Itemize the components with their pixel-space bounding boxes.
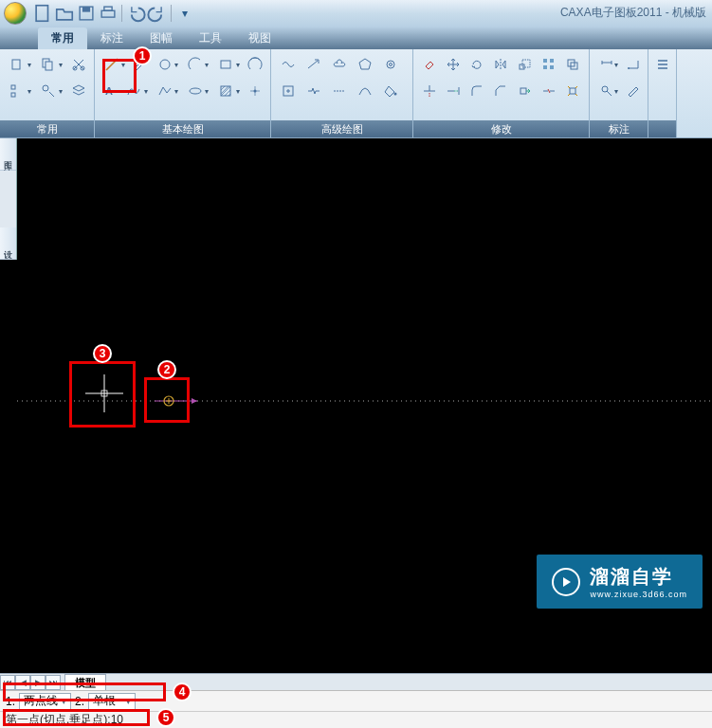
ribbon-group-more (648, 49, 677, 137)
svg-point-37 (628, 67, 630, 69)
svg-rect-3 (101, 10, 115, 17)
separator (171, 5, 172, 22)
menu-icon[interactable] (654, 53, 671, 76)
cut-button[interactable] (68, 53, 88, 76)
cloud-tool[interactable] (328, 53, 351, 76)
paste-button[interactable] (6, 53, 34, 76)
command-bar[interactable]: 第一点(切点,垂足点):10 (0, 711, 712, 728)
sheet-last-button[interactable]: ⏭ (46, 675, 61, 690)
ribbon-group-label: 高级绘图 (271, 120, 412, 137)
array-tool[interactable] (539, 53, 559, 76)
ribbon: 常用 A 基本绘图 (0, 49, 712, 138)
properties-button[interactable] (6, 80, 34, 102)
layer-button[interactable] (68, 80, 88, 102)
move-tool[interactable] (443, 53, 464, 76)
scale-tool[interactable] (515, 53, 536, 76)
option-bar: 1. 两点线 2. 单根 (0, 690, 712, 711)
svg-text:A: A (105, 85, 113, 97)
mirror-tool[interactable] (490, 53, 511, 76)
linear-dim-tool[interactable] (595, 53, 621, 76)
chamfer-tool[interactable] (490, 80, 511, 102)
new-icon[interactable] (32, 4, 53, 23)
polygon-tool[interactable] (354, 53, 376, 76)
coord-dim-tool[interactable] (624, 53, 642, 76)
circle-tool[interactable] (154, 53, 181, 76)
drawing-canvas[interactable]: 图库 设计 溜溜自学 www.zixue.3d66.com (0, 138, 712, 673)
svg-marker-48 (563, 577, 571, 587)
point-tool[interactable] (246, 80, 265, 102)
opt1-select[interactable]: 两点线 (19, 693, 71, 710)
left-vertical-toolbar: 图库 设计 (0, 138, 17, 260)
svg-rect-29 (543, 59, 547, 63)
svg-rect-31 (543, 65, 547, 69)
trim-tool[interactable] (419, 80, 440, 102)
tab-drawing-frame[interactable]: 图幅 (137, 27, 186, 49)
match-props-button[interactable] (37, 80, 65, 102)
app-logo[interactable] (4, 2, 27, 25)
tab-tools[interactable]: 工具 (186, 27, 235, 49)
vt-item-1[interactable]: 图库 (0, 138, 16, 171)
undo-icon[interactable] (125, 4, 146, 23)
open-icon[interactable] (54, 4, 75, 23)
line-tool[interactable] (100, 53, 128, 76)
explode-tool[interactable] (562, 80, 583, 102)
wave-tool[interactable] (277, 53, 300, 76)
svg-point-24 (390, 64, 393, 66)
rectangle-tool[interactable] (214, 53, 242, 76)
tab-common[interactable]: 常用 (38, 27, 87, 49)
play-icon (552, 568, 580, 596)
svg-rect-11 (11, 93, 15, 97)
arrow-tool[interactable] (302, 53, 325, 76)
tab-view[interactable]: 视图 (235, 27, 284, 49)
svg-point-12 (43, 85, 48, 91)
spline-tool[interactable] (122, 80, 150, 102)
text-tool[interactable]: A (100, 80, 119, 102)
hatch-tool[interactable] (214, 80, 242, 102)
qat-customize-dropdown[interactable]: ▾ (174, 4, 195, 23)
polyline-tool[interactable] (154, 80, 181, 102)
construction-line-tool[interactable] (328, 80, 351, 102)
copy-button[interactable] (37, 53, 65, 76)
title-bar: ▾ CAXA电子图板2011 - 机械版 (0, 0, 712, 27)
sheet-next-button[interactable]: ▶ (30, 675, 46, 690)
break-line-tool[interactable] (302, 80, 325, 102)
opt1-value: 两点线 (24, 693, 58, 709)
watermark: 溜溜自学 www.zixue.3d66.com (537, 555, 703, 609)
opt2-select[interactable]: 单根 (88, 693, 136, 710)
centerline-tool[interactable] (246, 53, 265, 76)
vt-item-2[interactable]: 设计 (0, 228, 16, 260)
extend-tool[interactable] (443, 80, 464, 102)
erase-tool[interactable] (419, 53, 440, 76)
opt1-label: 1. (4, 695, 17, 708)
watermark-url: www.zixue.3d66.com (590, 590, 687, 599)
sheet-first-button[interactable]: ⏮ (0, 675, 15, 690)
balloon-tool[interactable] (595, 80, 621, 102)
block-insert-tool[interactable] (277, 80, 300, 102)
ribbon-group-common: 常用 (0, 49, 95, 137)
svg-rect-28 (522, 60, 530, 67)
sheet-tab-model[interactable]: 模型 (64, 674, 106, 691)
fillet-tool[interactable] (466, 80, 487, 102)
ribbon-group-basic-draw: A 基本绘图 (95, 49, 271, 137)
fill-tool[interactable] (379, 80, 402, 102)
svg-rect-0 (36, 6, 47, 22)
ellipse-tool[interactable] (184, 80, 211, 102)
tab-annotation[interactable]: 标注 (87, 27, 137, 49)
stretch-tool[interactable] (515, 80, 536, 102)
redo-icon[interactable] (147, 4, 168, 23)
svg-rect-32 (550, 65, 554, 69)
save-icon[interactable] (76, 4, 97, 23)
gear-tool[interactable] (379, 53, 402, 76)
edit-dim-tool[interactable] (624, 80, 642, 102)
svg-rect-36 (570, 88, 575, 94)
break-tool[interactable] (539, 80, 559, 102)
window-title: CAXA电子图板2011 - 机械版 (560, 5, 706, 21)
ribbon-group-label: 标注 (590, 120, 648, 137)
sheet-prev-button[interactable]: ◀ (15, 675, 30, 690)
arc-tool[interactable] (184, 53, 211, 76)
print-icon[interactable] (98, 4, 119, 23)
rotate-tool[interactable] (466, 53, 487, 76)
offset-tool[interactable] (562, 53, 583, 76)
formula-curve-tool[interactable] (354, 80, 376, 102)
parallel-line-tool[interactable] (131, 53, 150, 76)
